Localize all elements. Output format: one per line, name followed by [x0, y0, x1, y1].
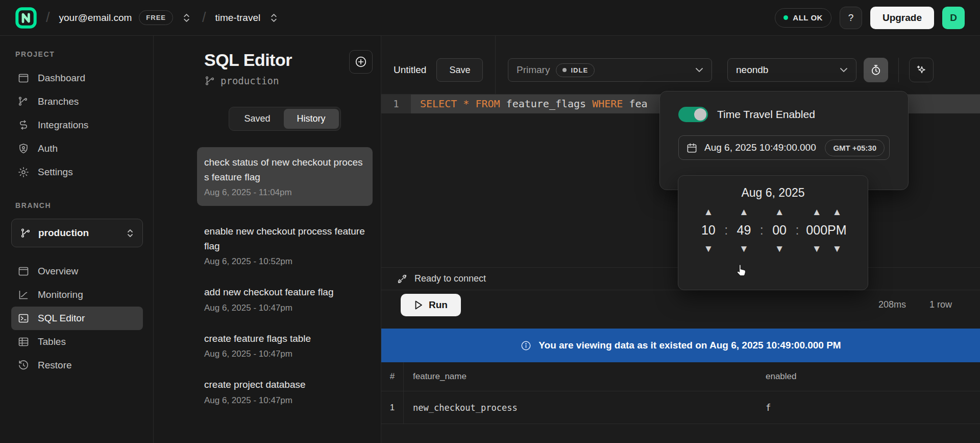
window-icon	[17, 72, 30, 84]
branch-selector[interactable]: production	[11, 219, 143, 247]
ai-assist-button[interactable]	[909, 58, 934, 82]
time-travel-button[interactable]	[864, 58, 888, 82]
history-item-date: Aug 6, 2025 - 10:47pm	[204, 349, 365, 359]
chart-icon	[17, 289, 30, 301]
sql-text: fea	[623, 98, 647, 110]
table-cell: 1	[381, 391, 404, 424]
sidebar-item-sql-editor[interactable]: SQL Editor	[11, 307, 143, 330]
history-item-title: create feature flags table	[204, 332, 365, 346]
save-button[interactable]: Save	[436, 58, 483, 82]
history-item-title: add new checkout feature flag	[204, 285, 365, 300]
sidebar-item-label: SQL Editor	[38, 313, 85, 324]
user-avatar[interactable]: D	[942, 7, 965, 29]
history-list-item[interactable]: check status of new checkout process fea…	[197, 147, 373, 206]
sidebar-item-restore[interactable]: Restore	[11, 354, 143, 377]
history-list-item[interactable]: create feature flags table Aug 6, 2025 -…	[197, 332, 373, 360]
history-list-item[interactable]: create project database Aug 6, 2025 - 10…	[197, 378, 373, 406]
time-spinner-grid: ▲10▼▲:▼▲49▼▲:▼▲00▼▲:▼▲000▼▲PM▼	[678, 205, 868, 255]
table-cell: f	[766, 391, 980, 424]
sidebar-item-settings[interactable]: Settings	[11, 160, 143, 184]
sql-keyword: WHERE	[592, 98, 623, 110]
run-query-button[interactable]: Run	[401, 294, 461, 316]
help-button[interactable]: ?	[840, 7, 862, 29]
chevron-down-icon	[695, 67, 703, 73]
history-list-item[interactable]: enable new checkout process feature flag…	[197, 224, 373, 267]
compute-selector[interactable]: Primary IDLE	[508, 58, 712, 82]
sidebar-item-overview[interactable]: Overview	[11, 260, 143, 283]
play-icon	[414, 300, 423, 310]
system-status-badge[interactable]: ALL OK	[775, 8, 831, 28]
tab-saved[interactable]: Saved	[231, 109, 283, 129]
sidebar-item-label: Auth	[38, 143, 58, 154]
branch-icon	[17, 96, 30, 108]
banner-text: You are viewing data as it existed on Au…	[538, 340, 841, 351]
milliseconds-value: 000	[806, 223, 827, 238]
new-query-button[interactable]	[349, 50, 373, 74]
time-travel-toggle[interactable]	[678, 107, 708, 122]
sql-text: feature_flags	[500, 98, 593, 110]
shield-user-icon	[17, 143, 30, 155]
page-title: SQL Editor	[204, 50, 292, 70]
line-number: 1	[381, 95, 411, 113]
seconds-up-arrow-icon[interactable]: ▲	[771, 205, 789, 219]
sidebar-item-branches[interactable]: Branches	[11, 90, 143, 113]
minutes-value: 49	[737, 223, 751, 238]
sidebar-item-dashboard[interactable]: Dashboard	[11, 66, 143, 90]
minutes-down-arrow-icon[interactable]: ▼	[735, 242, 753, 255]
table-icon	[17, 336, 30, 348]
minutes-up-arrow-icon[interactable]: ▲	[735, 205, 753, 219]
breadcrumb-org-email[interactable]: your@email.com	[59, 12, 132, 24]
database-selector[interactable]: neondb	[727, 58, 856, 82]
hours-down-arrow-icon[interactable]: ▼	[699, 242, 717, 255]
tab-history[interactable]: History	[284, 109, 339, 129]
sidebar-item-tables[interactable]: Tables	[11, 330, 143, 354]
spinner-seconds: ▲00▼	[771, 205, 789, 255]
breadcrumb-separator: /	[44, 10, 52, 26]
project-switcher-chevron[interactable]	[267, 11, 280, 25]
query-tab-title: Untitled	[394, 64, 426, 76]
restore-clock-icon	[17, 359, 30, 371]
history-item-title: create project database	[204, 378, 365, 392]
info-icon	[520, 340, 532, 352]
status-label: ALL OK	[793, 13, 823, 22]
history-item-title: check status of new checkout process fea…	[204, 155, 365, 184]
history-list-item[interactable]: add new checkout feature flag Aug 6, 202…	[197, 285, 373, 313]
milliseconds-down-arrow-icon[interactable]: ▼	[808, 242, 826, 255]
sidebar-item-monitoring[interactable]: Monitoring	[11, 283, 143, 307]
branch-icon	[204, 75, 215, 86]
sidebar-item-label: Tables	[38, 336, 66, 347]
breadcrumb-separator: /	[200, 10, 208, 26]
neon-logo[interactable]	[15, 7, 37, 29]
milliseconds-up-arrow-icon[interactable]: ▲	[808, 205, 826, 219]
sidebar-item-auth[interactable]: Auth	[11, 137, 143, 160]
toggle-knob	[694, 108, 706, 121]
sql-text	[469, 98, 475, 110]
chevron-updown-icon	[126, 228, 134, 238]
spinner-hours: ▲10▼	[699, 205, 717, 255]
chevron-down-icon	[840, 67, 848, 73]
timezone-badge: GMT +05:30	[825, 139, 885, 156]
meridiem-up-arrow-icon[interactable]: ▲	[828, 205, 846, 219]
datetime-input[interactable]: Aug 6, 2025 10:49:00.000 PM GMT +05:30	[678, 135, 890, 160]
time-colon: :	[792, 223, 802, 238]
sidebar-item-label: Integrations	[38, 120, 88, 131]
sidebar-item-label: Overview	[38, 266, 78, 277]
seconds-down-arrow-icon[interactable]: ▼	[771, 242, 789, 255]
results-header-row: #feature_nameenabled	[381, 362, 980, 391]
org-switcher-chevron[interactable]	[180, 11, 193, 25]
calendar-icon	[686, 142, 698, 154]
toolbar-divider	[898, 58, 899, 82]
meridiem-down-arrow-icon[interactable]: ▼	[828, 242, 846, 255]
seconds-value: 00	[772, 223, 787, 238]
plan-badge: FREE	[139, 10, 173, 25]
spinner-minutes: ▲49▼	[735, 205, 753, 255]
run-bar: Run 208ms 1 row	[381, 290, 980, 319]
hours-up-arrow-icon[interactable]: ▲	[699, 205, 717, 219]
upgrade-button[interactable]: Upgrade	[870, 7, 934, 29]
sidebar-item-integrations[interactable]: Integrations	[11, 113, 143, 137]
breadcrumb-project-name[interactable]: time-travel	[215, 12, 261, 24]
column-header--: #	[381, 362, 404, 391]
sql-keyword: SELECT	[420, 98, 457, 110]
datetime-value: Aug 6, 2025 10:49:00.000 PM	[704, 142, 818, 153]
time-colon: :	[721, 223, 731, 238]
